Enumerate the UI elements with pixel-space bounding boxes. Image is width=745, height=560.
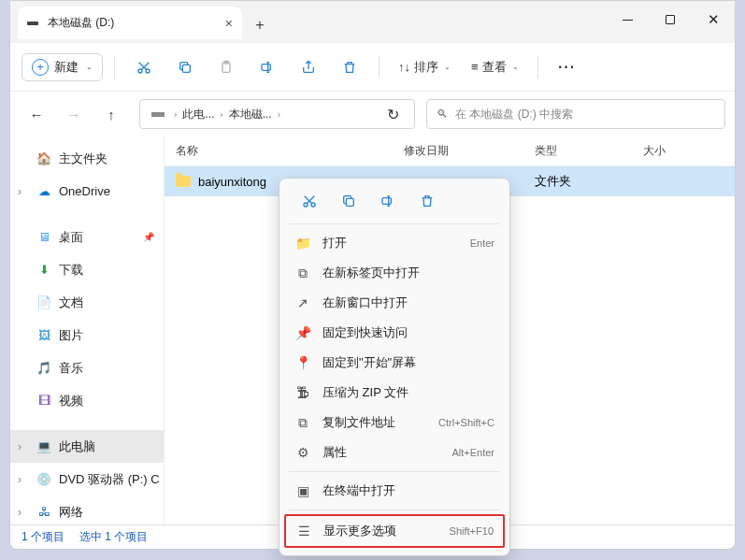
folder-icon <box>176 176 191 187</box>
svg-rect-9 <box>382 198 391 205</box>
svg-rect-8 <box>346 198 353 206</box>
svg-point-6 <box>304 203 308 207</box>
add-tab-button[interactable]: + <box>242 8 278 41</box>
music-icon: 🎵 <box>36 361 51 376</box>
more-button[interactable]: ··· <box>550 51 585 83</box>
svg-point-1 <box>146 69 150 73</box>
sidebar-network[interactable]: 🖧网络 <box>10 495 164 524</box>
ctx-rename-button[interactable] <box>369 186 407 216</box>
ctx-pin-quick[interactable]: 📌固定到快速访问 <box>285 318 504 348</box>
sidebar-dvd[interactable]: 💿DVD 驱动器 (P:) C <box>10 463 164 495</box>
refresh-button[interactable]: ↻ <box>377 106 408 123</box>
breadcrumb-pc[interactable]: 此电... <box>180 107 216 122</box>
ctx-terminal[interactable]: ▣在终端中打开 <box>285 476 504 506</box>
sidebar-pictures[interactable]: 🖼图片 <box>10 319 164 352</box>
sort-label: 排序 <box>414 59 438 76</box>
close-tab-icon[interactable]: × <box>225 16 233 31</box>
toolbar: + 新建 ⌄ ↑↓ 排序 ⌄ ≡ 查看 ⌄ ··· <box>10 43 735 92</box>
chevron-right-icon: › <box>170 109 180 120</box>
sidebar-videos[interactable]: 🎞视频 <box>10 384 164 417</box>
titlebar: 本地磁盘 (D:) × + ✕ <box>10 1 735 43</box>
col-modified[interactable]: 修改日期 <box>404 143 535 159</box>
sidebar-documents[interactable]: 📄文档 <box>10 286 164 319</box>
view-button[interactable]: ≡ 查看 ⌄ <box>464 59 526 76</box>
copy-button[interactable] <box>167 51 203 83</box>
home-icon: 🏠 <box>36 151 51 166</box>
paste-button[interactable] <box>208 51 244 83</box>
ctx-zip[interactable]: 🗜压缩为 ZIP 文件 <box>285 378 504 408</box>
svg-point-7 <box>311 203 315 207</box>
document-icon: 📄 <box>36 295 51 310</box>
sidebar: 🏠主文件夹 ☁OneDrive 🖥桌面📌 ⬇下载 📄文档 🖼图片 🎵音乐 🎞视频… <box>10 136 165 524</box>
terminal-icon: ▣ <box>294 483 311 498</box>
column-headers: 名称 修改日期 类型 大小 <box>165 136 735 166</box>
ctx-pin-start[interactable]: 📍固定到"开始"屏幕 <box>285 348 504 378</box>
sort-button[interactable]: ↑↓ 排序 ⌄ <box>391 59 458 76</box>
col-size[interactable]: 大小 <box>643 143 735 159</box>
properties-icon: ⚙ <box>294 445 311 460</box>
context-menu: 📁打开Enter ⧉在新标签页中打开 ↗在新窗口中打开 📌固定到快速访问 📍固定… <box>279 178 510 556</box>
forward-button[interactable]: → <box>57 99 91 129</box>
sidebar-desktop[interactable]: 🖥桌面📌 <box>10 221 164 253</box>
minimize-button[interactable] <box>606 5 649 35</box>
address-bar-row: ← → ↑ › 此电... › 本地磁... › ↻ 🔍︎ 在 本地磁盘 (D:… <box>10 92 735 136</box>
sidebar-onedrive[interactable]: ☁OneDrive <box>10 175 164 208</box>
copypath-icon: ⧉ <box>294 415 311 431</box>
ctx-show-more[interactable]: ☰显示更多选项Shift+F10 <box>286 516 503 546</box>
cloud-icon: ☁ <box>36 184 51 199</box>
new-button[interactable]: + 新建 ⌄ <box>21 53 103 81</box>
svg-rect-5 <box>262 64 270 70</box>
ctx-open-newtab[interactable]: ⧉在新标签页中打开 <box>285 258 504 288</box>
new-label: 新建 <box>54 59 79 76</box>
col-type[interactable]: 类型 <box>535 143 643 159</box>
sidebar-downloads[interactable]: ⬇下载 <box>10 253 164 286</box>
ctx-cut-button[interactable] <box>291 186 328 216</box>
desktop-icon: 🖥 <box>36 230 51 245</box>
sort-icon: ↑↓ <box>398 60 410 74</box>
ctx-delete-button[interactable] <box>408 186 446 216</box>
address-bar[interactable]: › 此电... › 本地磁... › ↻ <box>139 99 415 129</box>
sidebar-home[interactable]: 🏠主文件夹 <box>10 142 164 175</box>
ctx-copy-button[interactable] <box>330 186 367 216</box>
chevron-down-icon: ⌄ <box>512 63 519 71</box>
share-button[interactable] <box>291 51 326 83</box>
cut-button[interactable] <box>126 51 162 83</box>
pictures-icon: 🖼 <box>36 328 51 343</box>
ctx-open-newwin[interactable]: ↗在新窗口中打开 <box>285 288 504 318</box>
status-count: 1 个项目 <box>21 529 64 545</box>
newtab-icon: ⧉ <box>294 266 311 281</box>
ctx-open[interactable]: 📁打开Enter <box>285 228 504 258</box>
breadcrumb-drive[interactable]: 本地磁... <box>227 107 274 122</box>
view-label: 查看 <box>482 59 507 76</box>
chevron-down-icon: ⌄ <box>444 63 451 71</box>
file-type: 文件夹 <box>535 173 643 190</box>
svg-point-0 <box>138 69 142 73</box>
drive-icon <box>27 22 38 25</box>
tab-current[interactable]: 本地磁盘 (D:) × <box>18 7 242 39</box>
col-name[interactable]: 名称 <box>176 143 404 159</box>
folder-icon: 📁 <box>294 236 311 251</box>
more-icon: ☰ <box>295 524 312 538</box>
maximize-button[interactable] <box>649 5 692 35</box>
search-placeholder: 在 本地磁盘 (D:) 中搜索 <box>455 107 573 122</box>
svg-rect-2 <box>182 65 190 72</box>
pin-icon: 📌 <box>294 325 311 340</box>
sidebar-thispc[interactable]: 💻此电脑 <box>10 430 164 463</box>
status-selected: 选中 1 个项目 <box>79 529 148 545</box>
dvd-icon: 💿 <box>36 472 51 487</box>
sidebar-music[interactable]: 🎵音乐 <box>10 352 164 384</box>
pin-icon: 📌 <box>143 232 154 242</box>
pc-icon: 💻 <box>36 439 51 454</box>
back-button[interactable]: ← <box>20 99 53 129</box>
delete-button[interactable] <box>332 51 367 83</box>
window-controls: ✕ <box>606 5 735 35</box>
context-toolbar <box>285 184 504 220</box>
rename-button[interactable] <box>250 51 285 83</box>
up-button[interactable]: ↑ <box>94 99 128 129</box>
close-button[interactable]: ✕ <box>692 5 735 35</box>
video-icon: 🎞 <box>36 394 51 409</box>
network-icon: 🖧 <box>36 505 51 520</box>
search-box[interactable]: 🔍︎ 在 本地磁盘 (D:) 中搜索 <box>426 99 725 129</box>
ctx-properties[interactable]: ⚙属性Alt+Enter <box>285 438 504 467</box>
ctx-copypath[interactable]: ⧉复制文件地址Ctrl+Shift+C <box>285 408 504 438</box>
